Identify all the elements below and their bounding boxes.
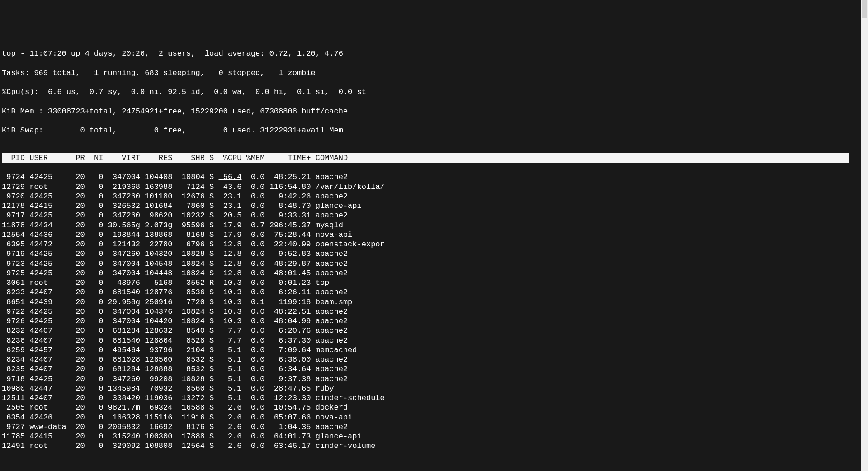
process-row: 6259 42457 20 0 495464 93796 2104 S 5.1 …: [2, 345, 866, 355]
process-row: 11878 42434 20 0 30.565g 2.073g 95596 S …: [2, 221, 866, 230]
process-table-header: PID USER PR NI VIRT RES SHR S %CPU %MEM …: [2, 153, 849, 163]
process-row: 8235 42407 20 0 681284 128888 8532 S 5.1…: [2, 364, 866, 374]
process-row: 12491 root 20 0 329092 108808 12564 S 2.…: [2, 441, 866, 451]
process-row: 9717 42425 20 0 347260 98620 10232 S 20.…: [2, 211, 866, 220]
process-row: 6395 42472 20 0 121432 22780 6796 S 12.8…: [2, 240, 866, 249]
process-row: 9725 42425 20 0 347004 104448 10824 S 12…: [2, 268, 866, 278]
process-row: 9724 42425 20 0 347004 104408 10804 S 56…: [2, 172, 866, 182]
process-table-body: 9724 42425 20 0 347004 104408 10804 S 56…: [2, 172, 866, 451]
top-summary-tasks: Tasks: 969 total, 1 running, 683 sleepin…: [2, 68, 866, 78]
process-row: 8236 42407 20 0 681540 128864 8528 S 7.7…: [2, 336, 866, 345]
process-row: 9726 42425 20 0 347004 104420 10824 S 10…: [2, 316, 866, 326]
top-summary-cpu: %Cpu(s): 6.6 us, 0.7 sy, 0.0 ni, 92.5 id…: [2, 87, 866, 97]
process-row: 10980 42447 20 0 1345984 70932 8560 S 5.…: [2, 384, 866, 393]
process-row: 9718 42425 20 0 347260 99208 10828 S 5.1…: [2, 374, 866, 384]
process-row: 8234 42407 20 0 681028 128560 8532 S 5.1…: [2, 355, 866, 364]
process-row: 8651 42439 20 0 29.958g 250916 7720 S 10…: [2, 297, 866, 307]
top-terminal[interactable]: top - 11:07:20 up 4 days, 20:26, 2 users…: [2, 39, 866, 461]
sorted-cpu-value: 56.4: [218, 173, 241, 181]
process-row: 12729 root 20 0 219368 163988 7124 S 43.…: [2, 182, 866, 192]
process-row: 9723 42425 20 0 347004 104548 10824 S 12…: [2, 259, 866, 268]
process-row: 2505 root 20 0 9821.7m 69324 16588 S 2.6…: [2, 403, 866, 412]
scrollbar-thumb[interactable]: [862, 0, 867, 18]
process-row: 9722 42425 20 0 347004 104376 10824 S 10…: [2, 307, 866, 316]
process-row: 9720 42425 20 0 347260 101180 12676 S 23…: [2, 192, 866, 201]
top-summary-mem: KiB Mem : 33008723+total, 24754921+free,…: [2, 107, 866, 116]
process-row: 9727 www-data 20 0 2095832 16692 8176 S …: [2, 422, 866, 432]
process-row: 6354 42436 20 0 166328 115116 11916 S 2.…: [2, 413, 866, 422]
process-row: 8232 42407 20 0 681284 128632 8540 S 7.7…: [2, 326, 866, 335]
process-row: 9719 42425 20 0 347260 104320 10828 S 12…: [2, 249, 866, 259]
process-row: 8233 42407 20 0 681540 128776 8536 S 10.…: [2, 287, 866, 297]
vertical-scrollbar[interactable]: [861, 0, 868, 471]
process-row: 12554 42436 20 0 193844 138868 8168 S 17…: [2, 230, 866, 240]
process-row: 12178 42415 20 0 326532 101684 7860 S 23…: [2, 201, 866, 211]
process-row: 3061 root 20 0 43976 5168 3552 R 10.3 0.…: [2, 278, 866, 287]
top-summary-swap: KiB Swap: 0 total, 0 free, 0 used. 31222…: [2, 126, 866, 135]
process-row: 12511 42407 20 0 338420 119036 13272 S 5…: [2, 393, 866, 403]
top-summary-uptime: top - 11:07:20 up 4 days, 20:26, 2 users…: [2, 49, 866, 58]
process-row: 11785 42415 20 0 315240 100300 17888 S 2…: [2, 432, 866, 441]
